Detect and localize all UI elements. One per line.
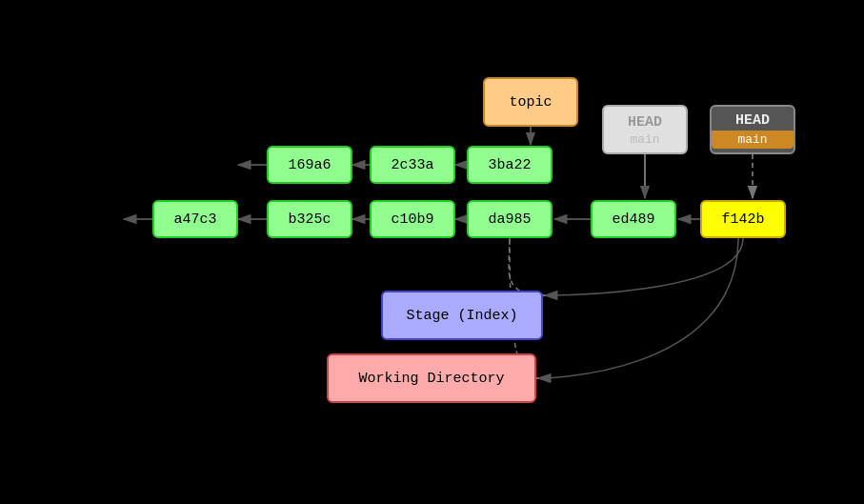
- node-3ba22-label: 3ba22: [488, 157, 531, 173]
- workdir-label: Working Directory: [358, 371, 504, 387]
- node-3ba22: 3ba22: [467, 146, 553, 184]
- working-directory-node: Working Directory: [327, 353, 536, 403]
- topic-label: topic: [509, 94, 552, 111]
- node-2c33a-label: 2c33a: [391, 157, 433, 173]
- node-c10b9-label: c10b9: [391, 212, 433, 228]
- node-b325c-label: b325c: [288, 212, 331, 228]
- stage-index-node: Stage (Index): [381, 291, 543, 340]
- node-ed489-label: ed489: [612, 212, 654, 228]
- node-ed489: ed489: [591, 200, 676, 238]
- node-a47c3: a47c3: [152, 200, 238, 238]
- node-da985-label: da985: [488, 212, 531, 228]
- topic-node: topic: [483, 77, 578, 127]
- head-dark-bottom: main: [712, 131, 794, 149]
- head-gray-bottom: main: [630, 132, 659, 147]
- head-gray-box: HEAD main: [602, 105, 688, 154]
- node-da985: da985: [467, 200, 553, 238]
- head-gray-top: HEAD: [628, 112, 662, 132]
- node-f142b: f142b: [700, 200, 786, 238]
- node-a47c3-label: a47c3: [173, 212, 216, 228]
- head-dark-box: HEAD main: [710, 105, 795, 154]
- node-f142b-label: f142b: [721, 212, 764, 228]
- node-c10b9: c10b9: [370, 200, 455, 238]
- head-dark-top: HEAD: [735, 111, 770, 131]
- node-169a6: 169a6: [267, 146, 352, 184]
- node-b325c: b325c: [267, 200, 352, 238]
- node-2c33a: 2c33a: [370, 146, 455, 184]
- node-169a6-label: 169a6: [288, 157, 331, 173]
- stage-label: Stage (Index): [406, 308, 517, 324]
